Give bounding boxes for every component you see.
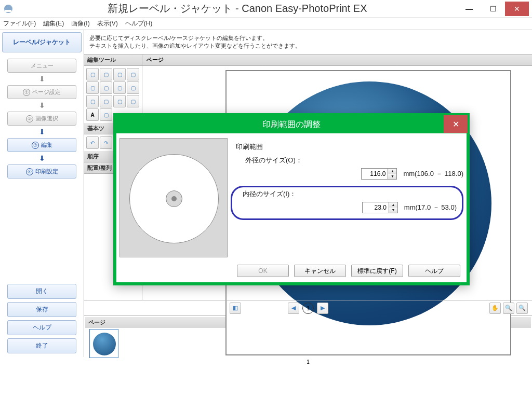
disc-icon <box>93 333 116 355</box>
hand-tool-icon[interactable]: ✋ <box>489 303 501 314</box>
sidebar-step-edit[interactable]: ③編集 <box>7 138 76 152</box>
svg-rect-1 <box>5 10 11 12</box>
thumb-number: 1 <box>85 359 531 365</box>
inner-range-text: mm(17.0 － 53.0) <box>404 203 457 212</box>
sidebar-step-page-setup[interactable]: ①ページ設定 <box>7 85 76 99</box>
sidebar-menu-button[interactable]: メニュー <box>7 59 76 73</box>
arrow-icon: ⬇ <box>2 154 82 162</box>
menu-view[interactable]: 表示(V) <box>97 19 118 28</box>
close-button[interactable]: ✕ <box>505 2 529 16</box>
inner-size-spinner[interactable]: ▲▼ <box>362 202 398 213</box>
ok-button[interactable]: OK <box>237 265 289 277</box>
highlight-annotation: 内径のサイズ(I)： ▲▼ mm(17.0 － 53.0) <box>231 186 463 220</box>
inner-size-label: 内径のサイズ(I)： <box>237 189 457 199</box>
undo-icon[interactable]: ↶ <box>86 136 99 149</box>
arrow-icon: ⬇ <box>2 75 82 83</box>
nav-controls: ◧ ◀ 1 ▶ ✋ 🔍 🔍 <box>84 300 532 315</box>
cancel-button[interactable]: キャンセル <box>294 265 346 277</box>
prev-page-button[interactable]: ◀ <box>288 303 299 314</box>
menu-file[interactable]: ファイル(F) <box>3 19 36 28</box>
tool-icon[interactable]: ▢ <box>86 95 99 107</box>
maximize-button[interactable]: ☐ <box>481 2 505 16</box>
page-indicator: 1 <box>302 303 314 314</box>
outer-range-text: mm(106.0 － 118.0) <box>403 169 463 179</box>
info-text: 必要に応じてディスクレーベル/ケースジャケットの編集を行います。 テキストを挿入… <box>84 30 532 54</box>
dialog-title: 印刷範囲の調整 ✕ <box>116 116 467 133</box>
menu-bar: ファイル(F) 編集(E) 画像(I) 表示(V) ヘルプ(H) <box>0 18 532 30</box>
panel-header-edit-tools: 編集ツール <box>84 54 142 66</box>
tool-icon[interactable]: ▢ <box>86 81 99 94</box>
exit-button[interactable]: 終了 <box>7 338 76 353</box>
menu-image[interactable]: 画像(I) <box>71 19 89 28</box>
app-icon <box>3 4 14 14</box>
spin-down-icon[interactable]: ▼ <box>388 174 396 179</box>
outer-size-input[interactable] <box>362 169 388 179</box>
sidebar-step-image-select[interactable]: ②画像選択 <box>7 112 76 126</box>
default-button[interactable]: 標準に戻す(F) <box>351 265 403 277</box>
save-button[interactable]: 保存 <box>7 302 76 317</box>
tool-icon[interactable]: ▢ <box>127 95 139 107</box>
dialog-help-button[interactable]: ヘルプ <box>408 265 460 277</box>
zoom-in-icon[interactable]: 🔍 <box>503 303 514 314</box>
text-tool-icon[interactable]: A <box>86 108 99 121</box>
outer-size-spinner[interactable]: ▲▼ <box>361 168 397 180</box>
zoom-out-icon[interactable]: 🔍 <box>516 303 528 314</box>
redo-icon[interactable]: ↷ <box>100 136 112 149</box>
menu-edit[interactable]: 編集(E) <box>43 19 64 28</box>
tool-icon[interactable]: ▢ <box>113 68 126 80</box>
inner-size-input[interactable] <box>363 202 389 213</box>
tool-icon[interactable]: ▢ <box>100 81 112 94</box>
tool-icon[interactable]: ▢ <box>113 95 126 107</box>
tool-icon[interactable]: ◧ <box>230 303 241 314</box>
spin-up-icon[interactable]: ▲ <box>389 202 397 208</box>
tool-icon[interactable]: ▢ <box>127 68 139 80</box>
minimize-button[interactable]: — <box>457 2 481 16</box>
outer-size-label: 外径のサイズ(O)： <box>236 156 463 165</box>
menu-help[interactable]: ヘルプ(H) <box>125 19 153 28</box>
spin-down-icon[interactable]: ▼ <box>389 208 397 213</box>
print-range-dialog: 印刷範囲の調整 ✕ 印刷範囲 外径のサイズ(O)： ▲▼ mm(106.0 － … <box>113 113 470 285</box>
tool-icon[interactable]: ▢ <box>86 68 99 80</box>
tool-icon[interactable]: ▢ <box>100 108 112 121</box>
page-thumbnail[interactable] <box>89 329 118 358</box>
section-label: 印刷範囲 <box>236 142 463 152</box>
sidebar-step-print-settings[interactable]: ④印刷設定 <box>7 164 76 179</box>
window-title: 新規レーベル・ジャケット - Canon Easy-PhotoPrint EX <box>18 2 457 16</box>
dialog-disc-preview <box>119 138 228 257</box>
sidebar: レーベル/ジャケット メニュー ⬇ ①ページ設定 ⬇ ②画像選択 ⬇ ③編集 ⬇… <box>0 30 84 357</box>
dialog-close-button[interactable]: ✕ <box>444 115 468 133</box>
tool-icon[interactable]: ▢ <box>127 81 139 94</box>
page-label: ページ <box>142 54 532 66</box>
sidebar-title: レーベル/ジャケット <box>2 32 82 52</box>
tool-icon[interactable]: ▢ <box>113 81 126 94</box>
arrow-icon: ⬇ <box>2 101 82 109</box>
spin-up-icon[interactable]: ▲ <box>388 169 396 174</box>
open-button[interactable]: 開く <box>7 284 76 299</box>
help-button[interactable]: ヘルプ <box>7 320 76 335</box>
next-page-button[interactable]: ▶ <box>317 303 328 314</box>
tool-icon[interactable]: ▢ <box>100 68 112 80</box>
arrow-icon: ⬇ <box>2 128 82 136</box>
tool-icon[interactable]: ▢ <box>100 95 112 107</box>
window-titlebar: 新規レーベル・ジャケット - Canon Easy-PhotoPrint EX … <box>0 0 532 18</box>
